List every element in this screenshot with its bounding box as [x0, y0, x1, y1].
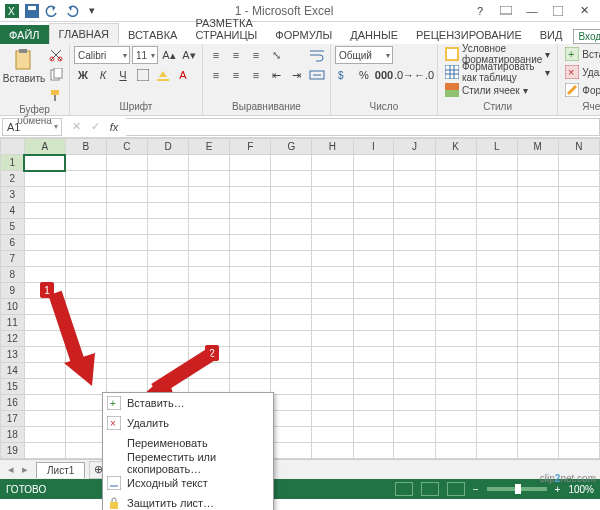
- cell[interactable]: [230, 315, 271, 331]
- cell[interactable]: [24, 299, 65, 315]
- cell[interactable]: [230, 299, 271, 315]
- bold-icon[interactable]: Ж: [74, 66, 92, 84]
- cell[interactable]: [353, 235, 394, 251]
- cell[interactable]: [394, 395, 435, 411]
- cell[interactable]: [65, 187, 106, 203]
- cell[interactable]: [147, 155, 188, 171]
- fx-icon[interactable]: fx: [105, 118, 123, 136]
- maximize-icon[interactable]: [546, 2, 570, 20]
- col-header[interactable]: B: [65, 139, 106, 155]
- cell[interactable]: [189, 235, 230, 251]
- cell[interactable]: [106, 187, 147, 203]
- cell[interactable]: [558, 331, 599, 347]
- row-header[interactable]: 1: [1, 155, 25, 171]
- cell[interactable]: [230, 363, 271, 379]
- enter-formula-icon[interactable]: ✓: [86, 118, 104, 136]
- cell[interactable]: [106, 347, 147, 363]
- row-header[interactable]: 6: [1, 235, 25, 251]
- save-icon[interactable]: [24, 3, 40, 19]
- cell[interactable]: [476, 187, 517, 203]
- zoom-slider[interactable]: [487, 487, 547, 491]
- col-header[interactable]: J: [394, 139, 435, 155]
- redo-icon[interactable]: [64, 3, 80, 19]
- row-header[interactable]: 18: [1, 427, 25, 443]
- italic-icon[interactable]: К: [94, 66, 112, 84]
- cell[interactable]: [65, 251, 106, 267]
- cell[interactable]: [189, 267, 230, 283]
- cell[interactable]: [517, 379, 558, 395]
- cell[interactable]: [147, 283, 188, 299]
- cell[interactable]: [189, 347, 230, 363]
- cell[interactable]: [435, 171, 476, 187]
- cell[interactable]: [65, 363, 106, 379]
- cell[interactable]: [435, 379, 476, 395]
- indent-decrease-icon[interactable]: ⇤: [267, 66, 285, 84]
- cell[interactable]: [312, 235, 353, 251]
- cell[interactable]: [476, 315, 517, 331]
- cell[interactable]: [558, 443, 599, 459]
- cell[interactable]: [558, 171, 599, 187]
- cell[interactable]: [476, 411, 517, 427]
- cell[interactable]: [24, 267, 65, 283]
- cell[interactable]: [353, 187, 394, 203]
- cell[interactable]: [106, 251, 147, 267]
- cancel-formula-icon[interactable]: ✕: [67, 118, 85, 136]
- increase-decimal-icon[interactable]: .0→: [395, 66, 413, 84]
- cell[interactable]: [435, 267, 476, 283]
- cell[interactable]: [435, 443, 476, 459]
- cell[interactable]: [312, 443, 353, 459]
- cell[interactable]: [394, 379, 435, 395]
- cell[interactable]: [517, 443, 558, 459]
- cell[interactable]: [558, 395, 599, 411]
- row-header[interactable]: 17: [1, 411, 25, 427]
- cell[interactable]: [394, 363, 435, 379]
- cell[interactable]: [394, 347, 435, 363]
- cell[interactable]: [147, 347, 188, 363]
- cell[interactable]: [312, 411, 353, 427]
- cell[interactable]: [230, 155, 271, 171]
- cell[interactable]: [230, 251, 271, 267]
- cell[interactable]: [476, 203, 517, 219]
- cell[interactable]: [312, 299, 353, 315]
- col-header[interactable]: L: [476, 139, 517, 155]
- cell[interactable]: [271, 171, 312, 187]
- cell[interactable]: [65, 331, 106, 347]
- cell[interactable]: [65, 235, 106, 251]
- cell[interactable]: [517, 395, 558, 411]
- cell[interactable]: [189, 283, 230, 299]
- row-header[interactable]: 5: [1, 219, 25, 235]
- cell[interactable]: [476, 443, 517, 459]
- border-icon[interactable]: [134, 66, 152, 84]
- cell[interactable]: [394, 187, 435, 203]
- cell[interactable]: [558, 267, 599, 283]
- col-header[interactable]: A: [24, 139, 65, 155]
- cell[interactable]: [65, 219, 106, 235]
- cell[interactable]: [106, 363, 147, 379]
- cell[interactable]: [24, 347, 65, 363]
- cell[interactable]: [517, 267, 558, 283]
- row-header[interactable]: 14: [1, 363, 25, 379]
- format-as-table-button[interactable]: Форматировать как таблицу ▾: [442, 64, 553, 80]
- sign-in-link[interactable]: Вход: [573, 29, 600, 44]
- cell[interactable]: [394, 283, 435, 299]
- cell[interactable]: [271, 235, 312, 251]
- cell[interactable]: [106, 299, 147, 315]
- name-box[interactable]: A1: [2, 118, 62, 136]
- wrap-text-icon[interactable]: [308, 46, 326, 64]
- cell[interactable]: [312, 347, 353, 363]
- cell[interactable]: [230, 171, 271, 187]
- cell[interactable]: [147, 251, 188, 267]
- cell[interactable]: [24, 155, 65, 171]
- undo-icon[interactable]: [44, 3, 60, 19]
- row-header[interactable]: 9: [1, 283, 25, 299]
- col-header[interactable]: E: [189, 139, 230, 155]
- cell[interactable]: [394, 315, 435, 331]
- cell[interactable]: [106, 203, 147, 219]
- cell[interactable]: [65, 395, 106, 411]
- cell[interactable]: [24, 363, 65, 379]
- insert-cells-button[interactable]: +Вставить ▾: [562, 46, 600, 62]
- number-format-combo[interactable]: Общий: [335, 46, 393, 64]
- cell[interactable]: [106, 235, 147, 251]
- tab-insert[interactable]: ВСТАВКА: [119, 25, 186, 44]
- cell[interactable]: [517, 203, 558, 219]
